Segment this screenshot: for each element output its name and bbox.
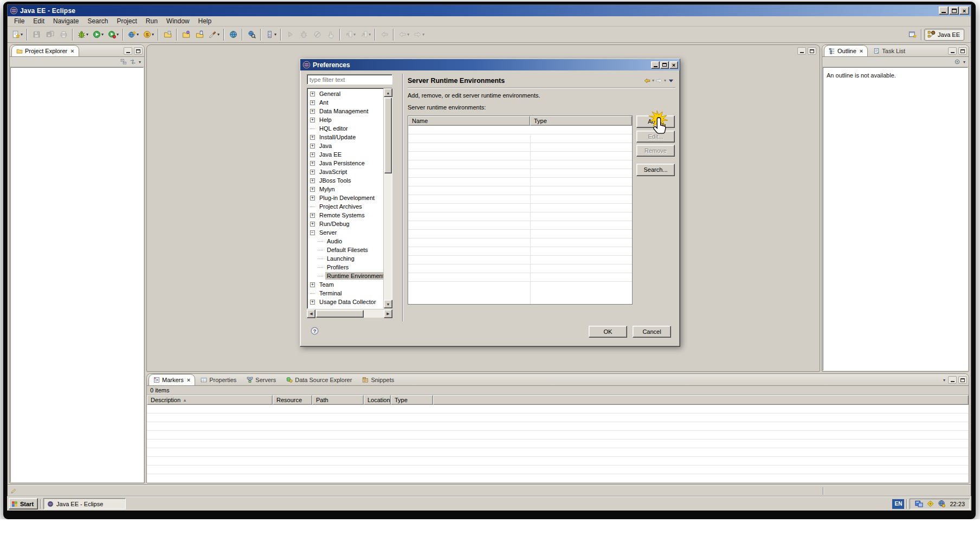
tree-item-profilers[interactable]: Profilers [307,263,383,272]
tree-expander-icon[interactable]: + [310,118,315,122]
publish-server-button[interactable] [324,28,337,41]
menu-run[interactable]: Run [141,16,162,26]
application-tray-icon[interactable] [914,500,923,508]
print-button[interactable] [57,28,70,41]
stop-server-button[interactable] [311,28,324,41]
column-header-location[interactable]: Location [364,395,391,405]
table-row[interactable] [408,264,632,273]
menu-project[interactable]: Project [112,16,141,26]
language-indicator[interactable]: EN [892,499,904,509]
column-header-resource[interactable]: Resource [273,395,312,405]
taskbar-task-java-ee-eclipse[interactable]: Java EE - Eclipse [43,498,126,509]
tree-item-general[interactable]: +General [307,89,383,98]
new-web-wizard-button[interactable]: ▾ [126,28,140,41]
table-row[interactable] [147,457,969,466]
table-row[interactable] [408,204,632,212]
forward-history-menu-icon[interactable]: ▾ [664,78,666,83]
table-row[interactable] [408,143,632,152]
remove-button[interactable]: Remove [636,145,675,157]
tree-vertical-scrollbar[interactable]: ▲ ▼ [383,88,392,308]
previous-annotation-button[interactable]: ▾ [343,28,357,41]
minimize-view-button[interactable] [948,376,957,384]
ok-button[interactable]: OK [589,326,627,338]
menu-window[interactable]: Window [162,16,194,26]
markers-table-body[interactable] [147,405,969,483]
start-server-button[interactable] [283,28,296,41]
scrollbar-thumb[interactable] [384,98,392,173]
minimize-view-button[interactable] [948,47,957,55]
tree-item-data-management[interactable]: +Data Management [307,107,383,115]
tree-expander-icon[interactable]: + [310,222,315,227]
tree-expander-icon[interactable]: + [310,152,315,157]
run-dropdown-icon[interactable]: ▾ [101,32,104,37]
new-wizard-button[interactable]: ▾ [10,28,24,41]
last-edit-location-button[interactable] [378,28,391,41]
next-annotation-dropdown-icon[interactable]: ▾ [369,32,371,37]
table-row[interactable] [408,221,632,230]
table-row[interactable] [408,152,632,160]
back-dropdown-icon[interactable]: ▾ [407,32,409,37]
forward-button[interactable]: ▾ [411,28,426,41]
table-row[interactable] [408,186,632,195]
tree-expander-icon[interactable]: + [310,213,315,218]
tree-expander-icon[interactable]: + [310,109,315,114]
new-web-wizard-dropdown-icon[interactable]: ▾ [137,32,139,37]
window-titlebar[interactable]: Java EE - Eclipse × [8,5,971,16]
runtime-environments-table-body[interactable] [408,126,632,304]
tree-item-audio[interactable]: Audio [307,237,383,246]
table-row[interactable] [408,178,632,186]
tree-item-server[interactable]: −Server [307,228,383,237]
tree-item-default-filesets[interactable]: Default Filesets [307,246,383,254]
debug-dropdown-icon[interactable]: ▾ [86,32,88,37]
start-button[interactable]: Start [9,498,38,509]
dialog-titlebar[interactable]: Preferences × [300,59,680,70]
tree-item-plug-in-development[interactable]: +Plug-in Development [307,193,383,202]
tree-horizontal-scrollbar[interactable]: ◀ ▶ [307,309,392,318]
menu-navigate[interactable]: Navigate [49,16,83,26]
save-button[interactable] [30,28,43,41]
open-perspective-button[interactable] [906,28,919,41]
filter-input[interactable] [307,74,392,85]
tab-snippets[interactable]: Snippets [357,374,399,385]
tree-expander-icon[interactable]: − [310,230,315,235]
view-menu-icon[interactable]: ▾ [943,378,945,383]
column-header-type[interactable]: Type [530,116,632,126]
tree-item-team[interactable]: +Team [307,280,383,289]
open-folder-button[interactable] [179,28,192,41]
new-wizard-dropdown-icon[interactable]: ▾ [21,32,23,37]
maximize-view-button[interactable] [134,47,143,55]
table-row[interactable] [147,474,969,483]
table-row[interactable] [408,238,632,247]
add-button[interactable]: Add... [636,115,675,128]
clipboard-folder-button[interactable] [193,28,206,41]
tree-item-launching[interactable]: Launching [307,254,383,263]
tree-item-hql-editor[interactable]: HQL editor [307,124,383,133]
tree-item-remote-systems[interactable]: +Remote Systems [307,211,383,219]
tab-project-explorer[interactable]: Project Explorer × [11,45,79,56]
tree-expander-icon[interactable]: + [310,187,315,192]
previous-annotation-dropdown-icon[interactable]: ▾ [353,32,356,37]
tab-markers[interactable]: Markers× [149,374,195,385]
forward-dropdown-icon[interactable]: ▾ [422,32,424,37]
scroll-left-icon[interactable]: ◀ [307,309,315,318]
tree-expander-icon[interactable]: + [310,135,315,140]
tree-item-run-debug[interactable]: +Run/Debug [307,219,383,228]
page-menu-icon[interactable] [668,78,674,84]
tree-item-validation[interactable]: Validation [307,306,383,308]
java-update-tray-icon[interactable] [926,500,934,508]
tree-item-java-persistence[interactable]: +Java Persistence [307,159,383,167]
table-row[interactable] [408,195,632,204]
window-minimize-button[interactable] [939,7,949,15]
import-wizard-button[interactable] [161,28,174,41]
table-row[interactable] [147,466,969,474]
dialog-maximize-button[interactable] [660,61,669,69]
server-tools-dropdown-icon[interactable]: ▾ [274,32,276,37]
scroll-right-icon[interactable]: ▶ [384,309,392,318]
jboss-central-button[interactable]: S▾ [141,28,156,41]
table-row[interactable] [408,169,632,178]
web-search-button[interactable] [245,28,258,41]
table-row[interactable] [408,126,632,134]
forward-history-icon[interactable] [656,78,662,84]
tree-expander-icon[interactable]: + [310,300,315,305]
tree-item-runtime-environments[interactable]: Runtime Environments [307,272,383,280]
